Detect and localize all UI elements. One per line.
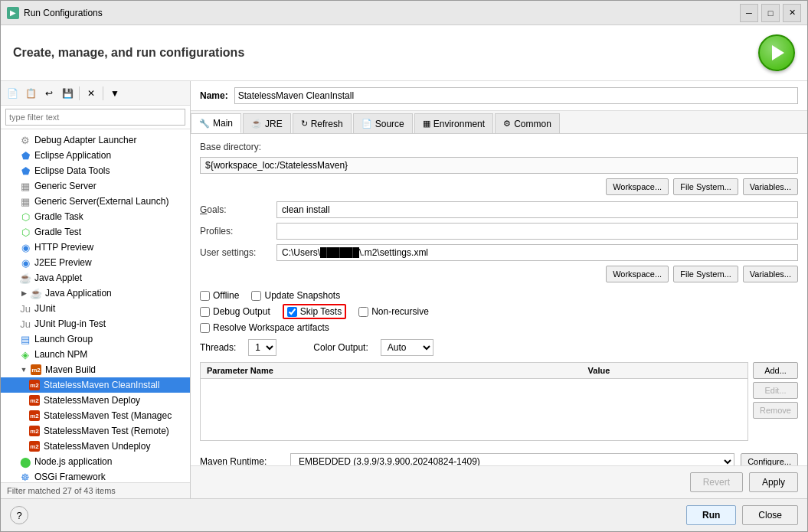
run-icon-button[interactable] [758, 34, 795, 71]
maven-runtime-select[interactable]: EMBEDDED (3.9.9/3.9.900.20240824-1409) [290, 453, 734, 465]
filter-btn[interactable]: ▼ [106, 85, 123, 102]
tree-item-stateless-test-remote[interactable]: m2 StatelessMaven Test (Remote) [1, 423, 190, 439]
offline-checkbox[interactable] [200, 291, 210, 301]
tree-item-stateless-deploy[interactable]: m2 StatelessMaven Deploy [1, 393, 190, 408]
add-param-btn[interactable]: Add... [753, 362, 798, 379]
base-dir-input[interactable] [200, 157, 798, 174]
skip-tests-checkbox[interactable] [287, 307, 297, 317]
jre-tab-icon: ☕ [251, 119, 262, 129]
tree-item-junit-plugin[interactable]: Ju JUnit Plug-in Test [1, 316, 190, 331]
tree-item-maven-build[interactable]: ▼ m2 Maven Build [1, 362, 190, 377]
tree-item-junit[interactable]: Ju JUnit [1, 301, 190, 316]
revert-btn[interactable]: Revert [690, 472, 743, 492]
tab-common[interactable]: ⚙ Common [495, 113, 560, 133]
gradle-task-icon: ⬡ [19, 211, 31, 223]
tree-item-launch-group[interactable]: ▤ Launch Group [1, 331, 190, 347]
import-btn[interactable]: ↩ [41, 85, 57, 102]
tree-label: Launch Group [34, 334, 93, 344]
apply-btn[interactable]: Apply [749, 472, 798, 492]
duplicate-btn[interactable]: 📋 [22, 85, 39, 102]
debug-output-checkbox[interactable] [200, 307, 210, 317]
export-btn[interactable]: 💾 [59, 85, 76, 102]
non-recursive-checkbox[interactable] [358, 307, 368, 317]
header-section: Create, manage, and run configurations [1, 25, 807, 81]
close-window-btn[interactable]: ✕ [783, 4, 801, 22]
tree-label: Gradle Test [34, 227, 81, 237]
tab-refresh[interactable]: ↻ Refresh [293, 113, 352, 133]
filesystem-btn-2[interactable]: File System... [673, 266, 738, 282]
run-configurations-window: ▶ Run Configurations ─ □ ✕ Create, manag… [0, 0, 808, 532]
configure-maven-btn[interactable]: Configure... [741, 453, 798, 465]
tree-label: HTTP Preview [34, 242, 93, 253]
threads-select[interactable]: 1 2 4 [248, 339, 276, 356]
name-input[interactable] [234, 87, 798, 104]
help-btn[interactable]: ? [10, 506, 28, 524]
filter-input[interactable] [5, 109, 185, 126]
run-btn[interactable]: Run [686, 505, 736, 525]
resolve-workspace-checkbox[interactable] [200, 323, 210, 333]
maven-runtime-label: Maven Runtime: [200, 456, 284, 465]
bottom-action-bar: Revert Apply [191, 465, 807, 498]
tree-item-stateless-test-managed[interactable]: m2 StatelessMaven Test (Managec [1, 408, 190, 423]
remove-param-btn[interactable]: Remove [753, 402, 798, 419]
tree-item-gradle-task[interactable]: ⬡ Gradle Task [1, 209, 190, 224]
variables-btn-1[interactable]: Variables... [743, 178, 798, 195]
tree-label: JUnit Plug-in Test [34, 318, 106, 329]
tree-item-generic-server[interactable]: ▦ Generic Server [1, 178, 190, 194]
color-output-select[interactable]: Auto Always Never [381, 339, 433, 356]
filesystem-btn-1[interactable]: File System... [673, 178, 738, 195]
stateless-undeploy-icon: m2 [28, 440, 41, 452]
tab-jre[interactable]: ☕ JRE [243, 113, 291, 133]
user-settings-buttons: Workspace... File System... Variables... [200, 266, 798, 282]
tab-source[interactable]: 📄 Source [353, 113, 413, 133]
base-dir-buttons: Workspace... File System... Variables... [200, 178, 798, 195]
tree-item-java-app[interactable]: ▶ ☕ Java Application [1, 286, 190, 301]
maximize-btn[interactable]: □ [761, 4, 780, 22]
header-title: Create, manage, and run configurations [13, 46, 244, 60]
param-name-col-header: Parameter Name [201, 363, 582, 379]
source-tab-icon: 📄 [361, 119, 372, 129]
eclipse-data-icon: ⬟ [19, 165, 31, 177]
workspace-btn-1[interactable]: Workspace... [606, 178, 669, 195]
tree-item-eclipse-app[interactable]: ⬟ Eclipse Application [1, 148, 190, 163]
tree-label: Debug Adapter Launcher [34, 135, 136, 145]
stateless-test-remote-icon: m2 [28, 425, 41, 437]
tree-item-java-applet[interactable]: ☕ Java Applet [1, 270, 190, 286]
right-panel: Name: 🔧 Main ☕ JRE ↻ Refresh 📄 [191, 81, 807, 498]
new-config-btn[interactable]: 📄 [4, 85, 21, 102]
tab-main[interactable]: 🔧 Main [191, 113, 241, 133]
tab-main-label: Main [213, 118, 233, 129]
tree-item-gradle-test[interactable]: ⬡ Gradle Test [1, 224, 190, 240]
dialog-close-btn[interactable]: Close [742, 505, 798, 525]
variables-btn-2[interactable]: Variables... [743, 266, 798, 282]
tree-item-stateless-clean[interactable]: m2 StatelessMaven CleanInstall [1, 377, 190, 393]
tree-item-launch-npm[interactable]: ◈ Launch NPM [1, 347, 190, 362]
tab-environment[interactable]: ▦ Environment [414, 113, 493, 133]
java-app-icon: ☕ [30, 287, 42, 299]
main-tab-icon: 🔧 [199, 119, 210, 129]
tree-item-j2ee-preview[interactable]: ◉ J2EE Preview [1, 255, 190, 270]
tree-item-debug-adapter[interactable]: ⚙ Debug Adapter Launcher [1, 132, 190, 148]
tree-item-nodejs[interactable]: ⬤ Node.js application [1, 454, 190, 469]
update-snapshots-checkbox-label: Update Snapshots [251, 290, 340, 301]
tree-item-generic-server-ext[interactable]: ▦ Generic Server(External Launch) [1, 194, 190, 209]
tree-label: Eclipse Application [34, 150, 111, 161]
delete-btn[interactable]: ✕ [83, 85, 100, 102]
user-settings-input[interactable] [276, 244, 798, 261]
main-content: 📄 📋 ↩ 💾 ✕ ▼ ⚙ Debug Adapter Launcher [1, 81, 807, 498]
toolbar-separator [79, 86, 80, 100]
goals-input[interactable] [276, 201, 798, 218]
expand-java-app-icon: ▶ [19, 289, 28, 298]
workspace-btn-2[interactable]: Workspace... [606, 266, 669, 282]
profiles-input[interactable] [276, 223, 798, 240]
tree-item-http-preview[interactable]: ◉ HTTP Preview [1, 240, 190, 255]
minimize-btn[interactable]: ─ [740, 4, 758, 22]
edit-param-btn[interactable]: Edit... [753, 382, 798, 399]
update-snapshots-checkbox[interactable] [251, 291, 261, 301]
launch-group-icon: ▤ [19, 333, 31, 345]
tree-item-eclipse-data[interactable]: ⬟ Eclipse Data Tools [1, 163, 190, 178]
tree-item-stateless-undeploy[interactable]: m2 StatelessMaven Undeploy [1, 439, 190, 454]
tree-item-osgi[interactable]: ☸ OSGi Framework [1, 469, 190, 482]
stateless-test-managed-icon: m2 [28, 410, 41, 422]
toolbar-separator2 [103, 86, 103, 100]
